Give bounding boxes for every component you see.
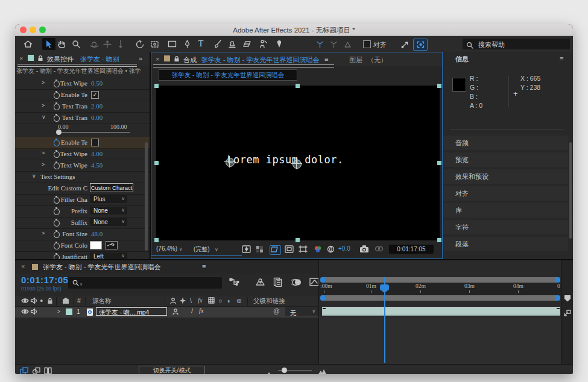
comp-button-icon[interactable] xyxy=(563,308,572,319)
work-area-bar[interactable] xyxy=(320,295,560,301)
lock-icon[interactable] xyxy=(47,297,53,305)
frame-blend-icon[interactable] xyxy=(208,297,215,305)
audio-icon[interactable] xyxy=(30,297,37,305)
panel-overflow-icon[interactable]: » xyxy=(139,55,142,62)
selection-handle[interactable] xyxy=(296,84,300,88)
stopwatch-icon[interactable] xyxy=(54,254,60,259)
selection-tool[interactable] xyxy=(42,38,55,50)
eye-icon[interactable] xyxy=(21,308,29,316)
adjustment-layer-icon[interactable]: ◐ xyxy=(227,297,231,304)
take-snapshot-icon[interactable] xyxy=(359,245,369,254)
tab-preview[interactable]: 预览 xyxy=(443,152,568,167)
effect-row-text-wipe-1[interactable]: > Text Wipe0.50 xyxy=(15,78,150,90)
puppet-pin-tool[interactable] xyxy=(273,38,286,50)
effect-row-edit-custom[interactable]: Edit Custom C Custom Charact xyxy=(15,183,150,195)
magnification-dropdown[interactable]: (76.4%) ∨ xyxy=(156,245,183,252)
prefix-dropdown[interactable]: None∨ xyxy=(90,207,127,214)
effect-row-filler[interactable]: Filler Cha Plus∨ xyxy=(15,194,150,206)
brush-tool[interactable] xyxy=(211,38,224,50)
stopwatch-icon[interactable] xyxy=(54,243,60,249)
comp-name-link[interactable]: 张学友 - 吻别 - 学友光年世界巡回演唱会 xyxy=(201,55,320,64)
effect-row-text-tran-1[interactable]: > Text Tran2.00 xyxy=(15,101,150,113)
text-tool[interactable]: T xyxy=(194,38,207,50)
stopwatch-icon[interactable] xyxy=(54,220,60,227)
panel-target-name[interactable]: 张学友 - 吻别 xyxy=(80,55,119,64)
snap-checkbox[interactable] xyxy=(363,40,371,48)
layer-tab[interactable]: 图层 xyxy=(349,55,362,64)
viewer-comp-tab[interactable]: 张学友 - 吻别 - 学友光年世界巡回演唱会 xyxy=(159,69,297,81)
selection-handle[interactable] xyxy=(437,161,441,165)
effect-row-text-tran-2[interactable]: ∨ Text Tran0.00 xyxy=(15,112,150,124)
composition-canvas[interactable]: Lorem ipsum dolor. xyxy=(156,86,440,240)
frame-blending-icon[interactable] xyxy=(273,277,282,288)
stopwatch-icon[interactable] xyxy=(54,151,60,158)
expand-layer-switches-icon[interactable] xyxy=(20,366,28,374)
panel-menu-icon[interactable]: ≡ xyxy=(202,263,206,270)
rectangle-tool[interactable] xyxy=(165,38,179,50)
region-of-interest-icon[interactable] xyxy=(270,245,281,255)
comp-mini-flowchart-icon[interactable] xyxy=(229,278,240,288)
expand-transfer-controls-icon[interactable] xyxy=(32,366,40,374)
eyedropper-icon[interactable] xyxy=(106,241,118,249)
selection-handle[interactable] xyxy=(437,84,441,88)
timeline-search-input[interactable]: ∨ xyxy=(68,277,222,289)
label-color-icon[interactable] xyxy=(62,297,69,305)
expand-in-out-panes-icon[interactable] xyxy=(44,366,52,374)
quality-icon[interactable]: \ xyxy=(190,297,192,304)
effect-row-enable-2-selected[interactable]: Enable Te xyxy=(15,137,150,149)
stopwatch-icon[interactable] xyxy=(54,104,60,110)
enable-checkbox[interactable]: ✓ xyxy=(91,91,99,99)
stopwatch-icon[interactable] xyxy=(54,92,60,99)
stopwatch-icon[interactable] xyxy=(54,231,60,238)
local-axis-mode-icon[interactable] xyxy=(313,38,326,50)
region-crop-icon[interactable] xyxy=(299,245,308,254)
layer-label-chip[interactable] xyxy=(66,308,72,315)
fx-switch[interactable]: fx xyxy=(199,307,204,314)
effect-controls-scrollbar[interactable] xyxy=(145,142,148,251)
justification-dropdown[interactable]: Left∨ xyxy=(90,252,127,259)
roto-brush-tool[interactable] xyxy=(256,38,270,50)
effect-row-prefix[interactable]: Prefix None∨ xyxy=(15,205,150,218)
effect-row-justification[interactable]: Justificati Left∨ xyxy=(15,251,150,259)
stopwatch-icon[interactable] xyxy=(54,81,60,87)
effect-slider-row[interactable]: 0.00 100.00 xyxy=(15,124,150,137)
anchor-point-icon[interactable] xyxy=(292,160,302,169)
right-panel-scrollbar[interactable] xyxy=(569,142,572,239)
effect-row-text-wipe-2[interactable]: > Text Wipe4.00 xyxy=(15,148,150,160)
layer-source-name[interactable]: 张学友 - 吻....mp4 xyxy=(96,307,167,316)
draft-3d-icon[interactable] xyxy=(255,278,265,288)
zoom-in-mountain-icon[interactable] xyxy=(318,366,327,374)
anchor-point-icon[interactable] xyxy=(226,158,235,167)
close-panel-icon[interactable]: × xyxy=(156,55,159,63)
toggle-switches-modes-button[interactable]: 切换开关/模式 xyxy=(139,366,205,374)
selection-handle[interactable] xyxy=(296,238,300,242)
parent-link-column[interactable]: 父级和链接 xyxy=(253,297,285,305)
enable-checkbox[interactable] xyxy=(91,139,99,146)
tab-paragraph[interactable]: 段落 xyxy=(443,237,568,251)
shy-switch-icon[interactable] xyxy=(172,308,179,316)
tab-audio[interactable]: 音频 xyxy=(443,136,568,150)
exposure-icon[interactable] xyxy=(327,245,335,254)
layer-number-column[interactable]: # xyxy=(77,297,81,304)
preview-time-display[interactable]: 0:01:17:05 xyxy=(389,245,434,254)
motion-blur-icon[interactable] xyxy=(291,278,302,287)
clone-stamp-tool[interactable] xyxy=(226,38,239,50)
home-button[interactable] xyxy=(21,38,34,50)
exposure-value[interactable]: +0.0 xyxy=(338,245,350,252)
close-panel-icon[interactable]: × xyxy=(19,55,23,62)
parent-pickwhip-icon[interactable]: @ xyxy=(273,307,280,315)
tab-align[interactable]: 对齐 xyxy=(443,186,568,201)
tab-libraries[interactable]: 库 xyxy=(443,203,568,218)
mask-expansion-icon[interactable] xyxy=(413,39,428,51)
effect-row-text-wipe-3[interactable]: > Text Wipe4.50 xyxy=(15,160,150,172)
fx-icon[interactable]: fx xyxy=(198,297,203,304)
audio-icon[interactable] xyxy=(30,308,37,316)
selection-handle[interactable] xyxy=(154,84,159,88)
panel-title[interactable]: 合成 xyxy=(183,55,197,64)
panel-menu-icon[interactable]: ≡ xyxy=(560,55,563,62)
layer-row-1[interactable]: > 1 张学友 - 吻....mp4 / fx @ 无∨ xyxy=(15,307,318,318)
stopwatch-icon[interactable] xyxy=(54,115,60,122)
filler-dropdown[interactable]: Plus∨ xyxy=(90,195,127,203)
parent-dropdown[interactable]: 无∨ xyxy=(285,307,318,316)
layer-duration-bar[interactable] xyxy=(322,307,560,316)
